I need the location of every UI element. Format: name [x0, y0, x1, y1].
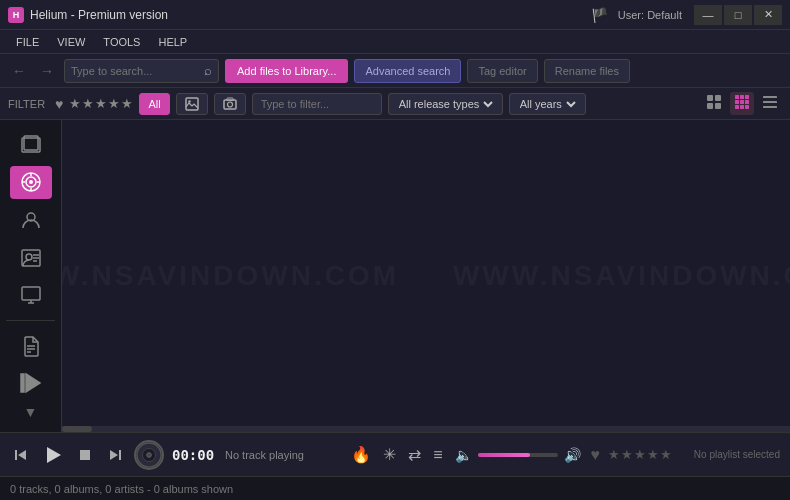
menu-file[interactable]: FILE: [8, 34, 47, 50]
fire-button[interactable]: 🔥: [349, 443, 373, 466]
menu-bar: FILE VIEW TOOLS HELP: [0, 30, 790, 54]
svg-rect-14: [745, 100, 749, 104]
svg-rect-5: [707, 95, 713, 101]
grid-view-button[interactable]: [730, 92, 754, 115]
shuffle-button[interactable]: ⇄: [406, 443, 423, 466]
svg-rect-45: [15, 450, 17, 460]
play-button[interactable]: [40, 444, 66, 466]
app-title: Helium - Premium version: [30, 8, 591, 22]
release-type-select[interactable]: All release types: [395, 97, 496, 111]
player-heart-icon[interactable]: ♥: [591, 446, 601, 464]
filter-heart-icon[interactable]: ♥: [55, 96, 63, 112]
svg-rect-43: [21, 374, 24, 392]
svg-rect-36: [22, 287, 40, 300]
volume-bar[interactable]: [478, 453, 558, 457]
menu-tools[interactable]: TOOLS: [95, 34, 148, 50]
prev-button[interactable]: [10, 446, 32, 464]
svg-rect-8: [715, 103, 721, 109]
years-dropdown[interactable]: All years: [509, 93, 586, 115]
minimize-button[interactable]: —: [694, 5, 722, 25]
volume-fill: [478, 453, 530, 457]
stack-view-button[interactable]: [702, 92, 726, 115]
filter-stars[interactable]: ★ ★ ★ ★ ★: [69, 96, 133, 111]
svg-rect-17: [745, 105, 749, 109]
player-star-2: ★: [621, 447, 633, 462]
view-controls: [702, 92, 782, 115]
toolbar: ← → ⌕ Add files to Library... Advanced s…: [0, 54, 790, 88]
sidebar-scroll-down[interactable]: ▼: [24, 404, 38, 424]
app-icon: H: [8, 7, 24, 23]
player-bar: 00:00 No track playing 🔥 ✳ ⇄ ≡ 🔈 🔊 ♥ ★ ★…: [0, 432, 790, 476]
forward-button[interactable]: →: [36, 61, 58, 81]
release-type-dropdown[interactable]: All release types: [388, 93, 503, 115]
content-area: WWW.NSAVINDOWN.COM WWW.NSAVINDOWN.COM: [62, 120, 790, 432]
svg-rect-16: [740, 105, 744, 109]
add-files-button[interactable]: Add files to Library...: [225, 59, 348, 83]
sidebar-item-monitor[interactable]: [10, 278, 52, 312]
search-icon[interactable]: ⌕: [204, 63, 212, 78]
rename-files-button[interactable]: Rename files: [544, 59, 630, 83]
player-star-3: ★: [634, 447, 646, 462]
svg-rect-47: [80, 450, 90, 460]
sidebar-item-contacts[interactable]: [10, 241, 52, 275]
maximize-button[interactable]: □: [724, 5, 752, 25]
queue-button[interactable]: ≡: [431, 444, 444, 466]
svg-point-52: [147, 452, 152, 457]
svg-rect-13: [740, 100, 744, 104]
svg-rect-49: [119, 450, 121, 460]
sidebar-item-playlist[interactable]: [10, 366, 52, 400]
player-stars[interactable]: ★ ★ ★ ★ ★: [608, 447, 672, 462]
asterisk-button[interactable]: ✳: [381, 443, 398, 466]
filter-photo-button[interactable]: [214, 93, 246, 115]
svg-rect-19: [763, 101, 777, 103]
svg-rect-15: [735, 105, 739, 109]
filter-image-button[interactable]: [176, 93, 208, 115]
now-playing: No track playing: [225, 449, 341, 461]
svg-rect-2: [224, 100, 236, 109]
player-star-4: ★: [647, 447, 659, 462]
user-label: User: Default: [618, 9, 682, 21]
time-display: 00:00: [172, 447, 217, 463]
svg-marker-48: [110, 450, 118, 460]
main-layout: ▼ WWW.NSAVINDOWN.COM WWW.NSAVINDOWN.COM: [0, 120, 790, 432]
filter-bar: FILTER ♥ ★ ★ ★ ★ ★ All All release types…: [0, 88, 790, 120]
next-button[interactable]: [104, 446, 126, 464]
star-4: ★: [108, 96, 120, 111]
star-2: ★: [82, 96, 94, 111]
filter-text-input[interactable]: [252, 93, 382, 115]
volume-area: 🔈 🔊: [453, 445, 583, 465]
svg-point-1: [188, 100, 190, 102]
menu-help[interactable]: HELP: [150, 34, 195, 50]
sidebar-item-artists[interactable]: [10, 203, 52, 237]
status-bar: 0 tracks, 0 albums, 0 artists - 0 albums…: [0, 476, 790, 500]
svg-rect-12: [735, 100, 739, 104]
menu-view[interactable]: VIEW: [49, 34, 93, 50]
volume-high-icon[interactable]: 🔊: [562, 445, 583, 465]
search-box: ⌕: [64, 59, 219, 83]
years-select[interactable]: All years: [516, 97, 579, 111]
svg-marker-44: [18, 450, 26, 460]
tag-editor-button[interactable]: Tag editor: [467, 59, 537, 83]
star-5: ★: [121, 96, 133, 111]
sidebar-divider: [6, 320, 55, 321]
svg-rect-11: [745, 95, 749, 99]
sidebar-item-document[interactable]: [10, 329, 52, 363]
svg-point-3: [227, 102, 232, 107]
sidebar-item-library[interactable]: [10, 128, 52, 162]
player-star-5: ★: [660, 447, 672, 462]
player-star-1: ★: [608, 447, 620, 462]
advanced-search-button[interactable]: Advanced search: [354, 59, 461, 83]
title-bar: H Helium - Premium version 🏴 User: Defau…: [0, 0, 790, 30]
stop-button[interactable]: [74, 446, 96, 464]
watermark: WWW.NSAVINDOWN.COM WWW.NSAVINDOWN.COM: [62, 260, 790, 292]
svg-point-25: [29, 180, 33, 184]
volume-low-icon[interactable]: 🔈: [453, 445, 474, 465]
sidebar-item-radio[interactable]: [10, 166, 52, 200]
search-input[interactable]: [71, 65, 204, 77]
back-button[interactable]: ←: [8, 61, 30, 81]
filter-all-button[interactable]: All: [139, 93, 169, 115]
svg-point-32: [26, 254, 32, 260]
close-button[interactable]: ✕: [754, 5, 782, 25]
list-view-button[interactable]: [758, 92, 782, 115]
svg-rect-7: [707, 103, 713, 109]
